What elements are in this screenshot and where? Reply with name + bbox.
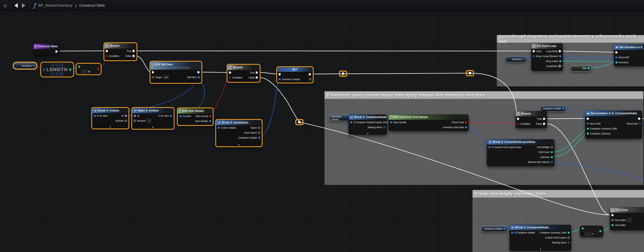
columns-pin[interactable] [551,156,553,158]
amount-pin[interactable] [125,120,127,122]
exec-in-pin[interactable] [533,50,535,52]
greater-in-a-pin[interactable] [78,66,80,68]
exec-in-pin[interactable] [517,118,520,120]
exec-in-pin[interactable] [152,71,154,74]
subtract-out-pin[interactable] [599,230,601,232]
exec-in-pin[interactable] [587,118,589,120]
completed-pin[interactable] [559,65,561,67]
target-pin[interactable] [152,76,154,78]
exec-in-pin[interactable] [279,73,281,76]
s-container-details-pin[interactable] [511,232,513,234]
self-pin[interactable] [588,67,590,70]
array-in-pin[interactable] [533,55,535,57]
condition-pin[interactable] [229,76,231,79]
target-self-value[interactable]: self [163,76,169,79]
exec-in-pin[interactable] [612,214,614,216]
reroute-node-2[interactable] [468,72,471,74]
array-in-pin[interactable] [43,69,45,70]
struct-ref-pin[interactable] [586,122,589,125]
break-s-customgridlayoutdata-node[interactable]: Break S_CustomGridLayoutData S Custom Gr… [487,139,554,166]
amount-value[interactable]: 0 [146,119,151,122]
make-s-invitem-node[interactable]: Make S_InvItem ID S Inv Item Amount0 ▼ [132,108,174,129]
struct-out-pin[interactable] [638,122,641,125]
inventory-details-in-pin[interactable] [279,78,281,80]
length-out-pin[interactable] [69,68,71,70]
branch-node-3[interactable]: Branch True Condition False [516,111,547,128]
exec-in-pin[interactable] [229,72,232,74]
container-columns-pin[interactable] [587,132,589,135]
sgk-self-item-node[interactable]: ƒ SGK Self Item Target is BP SGKInventor… [150,62,202,83]
container-inventory-cells-pin[interactable] [568,232,570,234]
inventory-variable-pill[interactable]: Inventory [14,62,36,69]
sgk-inventory-grid-details-node[interactable]: ƒ SGK Inventory Grid Details Row Handle … [388,114,468,131]
false-exec-pin[interactable] [132,55,135,57]
row-handle-pin[interactable] [390,121,392,123]
branch-node-2[interactable]: Branch True Condition False [228,65,260,82]
name-pin[interactable] [258,127,260,129]
true-exec-pin[interactable] [132,50,135,52]
inventory-details-out-pin[interactable] [309,78,311,80]
break-s-itemdetails-node[interactable]: Break S_ItemDetails S Item Details Name … [216,120,262,146]
inventory-array-pin[interactable] [523,58,525,60]
exec-in-pin[interactable] [616,51,618,54]
construct-slots-node[interactable]: Construct Slots [34,44,60,55]
manuel-slot-indexes-pin[interactable] [551,161,553,163]
collapse-toggle[interactable]: ▲ [367,132,369,134]
false-exec-pin[interactable] [256,76,258,79]
collapse-toggle[interactable]: ▼ [109,126,112,128]
short-name-pin[interactable] [258,132,260,134]
inventory-details-pill-3[interactable]: Inventory Details [481,226,507,232]
greater-default-value[interactable]: 0 [82,70,86,74]
inventory-variable-pill-2[interactable]: Inventory [505,56,527,62]
id-pin[interactable] [125,115,127,117]
array-index-pin[interactable] [559,60,561,62]
cell-count-pin[interactable] [551,151,553,153]
array-length-node[interactable]: LENGTH [41,62,73,76]
break-s-containerdetails-node-2[interactable]: Break S_ContainerDetails S Container Det… [510,225,571,251]
breadcrumb-blueprint[interactable]: BP_MasterInventory [38,3,72,8]
amount-in-pin[interactable] [134,120,136,122]
condition-pin[interactable] [517,123,519,125]
false-exec-pin[interactable] [543,123,546,125]
branch-node-1[interactable]: Branch True Condition False [104,43,136,60]
custom-grid-layout-pin[interactable] [568,236,570,239]
s-item-details-pin[interactable] [218,127,220,129]
break-s-invitem-node[interactable]: Break S_InvItem S Inv Item ID Amount ▼ [92,108,128,128]
subtract-default-value[interactable]: 1 [585,232,590,236]
s-inv-item-pin[interactable] [94,115,96,117]
inv-item-pin[interactable] [179,115,182,117]
breadcrumb-graph[interactable]: Construct Slots [79,3,105,8]
starting-items-pin[interactable] [384,126,385,128]
nav-back-button[interactable] [14,3,18,8]
exec-out-pin[interactable] [638,118,640,120]
condition-pin[interactable] [106,55,108,57]
self-variable-pill[interactable]: Self [570,65,592,72]
s-inv-item-out-pin[interactable] [170,115,172,117]
item-found-pin[interactable] [209,115,211,117]
collapse-toggle[interactable]: ▼ [152,126,154,128]
reroute-node-3[interactable] [298,121,301,124]
collapse-toggle[interactable]: ▼ [238,144,240,146]
s-custom-grid-layout-data-pin[interactable] [488,146,490,148]
subtract-in-a-pin[interactable] [582,227,584,230]
id-in-pin[interactable] [134,115,136,117]
first-index-pin[interactable] [612,219,614,221]
greater-node[interactable]: 0 > [76,64,101,74]
inventory-details-pin[interactable] [562,108,564,110]
nav-forward-button[interactable] [22,3,25,8]
starting-items-pin[interactable] [568,242,570,244]
for-loop-node[interactable]: For Loop Loop Body First Index0 Index La… [610,207,644,230]
self-item-pin[interactable] [198,76,200,78]
collapse-toggle[interactable]: ▼ [539,248,542,250]
set-members-inv-node[interactable]: Set members in S_Inv Struct Ref Struct O… [614,44,644,66]
true-exec-pin[interactable] [543,118,546,120]
favorite-star-icon[interactable]: ☆ [3,2,7,8]
found-grid-pin[interactable] [465,121,467,123]
last-index-pin[interactable] [612,224,614,226]
break-s-containerdetails-node-1[interactable]: Break S_ContainerDetails S Container Det… [348,114,387,135]
inventory-grid-data-pin[interactable] [465,126,467,128]
inventory-details-pill-2[interactable]: Inventory Details [540,105,566,112]
first-index-value[interactable]: 0 [627,218,632,222]
inventory-details-pin[interactable] [504,228,506,230]
blueprint-graph-canvas[interactable]: Loop though inventory and update invento… [0,0,644,252]
